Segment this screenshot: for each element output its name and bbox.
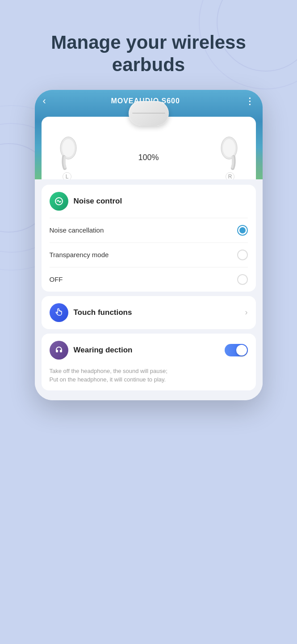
off-label: OFF bbox=[50, 275, 63, 283]
transparency-mode-radio[interactable] bbox=[237, 250, 248, 260]
touch-functions-title: Touch functions bbox=[74, 308, 132, 317]
case-hinge bbox=[132, 113, 165, 114]
earbuds-section: L 100% R ✶ 100% bbox=[42, 117, 256, 179]
svg-point-1 bbox=[62, 139, 75, 157]
back-button[interactable]: ‹ bbox=[43, 95, 46, 107]
page-title: Manage your wireless earbuds bbox=[0, 0, 297, 90]
wearing-detection-header: Wearing dection bbox=[42, 334, 256, 367]
touch-functions-card[interactable]: Touch functions › bbox=[42, 296, 256, 329]
off-radio[interactable] bbox=[237, 274, 248, 285]
noise-cancellation-radio[interactable] bbox=[237, 225, 248, 236]
noise-cancellation-label: Noise cancellation bbox=[50, 226, 104, 234]
earbuds-row: L 100% R bbox=[55, 126, 243, 179]
off-option[interactable]: OFF bbox=[42, 267, 256, 292]
svg-point-3 bbox=[223, 139, 235, 157]
touch-functions-header[interactable]: Touch functions › bbox=[42, 296, 256, 329]
right-earbud: R bbox=[218, 135, 243, 179]
menu-button[interactable]: ⋮ bbox=[245, 97, 255, 106]
phone-mockup: ‹ MOVEAUDIO S600 ⋮ bbox=[35, 90, 263, 400]
case-battery-level: 100% bbox=[79, 153, 218, 162]
app-header: ‹ MOVEAUDIO S600 ⋮ bbox=[35, 90, 263, 179]
left-earbud-icon bbox=[55, 135, 79, 170]
wearing-detection-description: Take off the headphone, the sound will p… bbox=[42, 367, 256, 390]
noise-control-title: Noise control bbox=[74, 197, 122, 206]
noise-control-icon bbox=[50, 192, 68, 211]
transparency-mode-option[interactable]: Transparency mode bbox=[42, 243, 256, 267]
transparency-mode-label: Transparency mode bbox=[50, 251, 109, 258]
wearing-detection-toggle[interactable] bbox=[225, 344, 248, 356]
content-area: Noise control Noise cancellation Transpa… bbox=[35, 179, 263, 400]
toggle-knob bbox=[236, 345, 247, 356]
touch-functions-icon bbox=[50, 303, 68, 322]
noise-control-header: Noise control bbox=[42, 185, 256, 218]
right-earbud-icon bbox=[218, 135, 243, 170]
left-earbud: L bbox=[55, 135, 79, 179]
wearing-detection-icon bbox=[50, 341, 68, 360]
right-label: R bbox=[226, 172, 234, 179]
wearing-detection-title: Wearing dection bbox=[74, 346, 133, 355]
case-shape bbox=[129, 101, 169, 126]
wearing-detection-card: Wearing dection Take off the headphone, … bbox=[42, 334, 256, 390]
noise-control-card: Noise control Noise cancellation Transpa… bbox=[42, 185, 256, 292]
touch-functions-chevron: › bbox=[245, 308, 248, 317]
noise-cancellation-option[interactable]: Noise cancellation bbox=[42, 218, 256, 242]
left-label: L bbox=[63, 172, 71, 179]
earbud-case bbox=[129, 101, 169, 126]
